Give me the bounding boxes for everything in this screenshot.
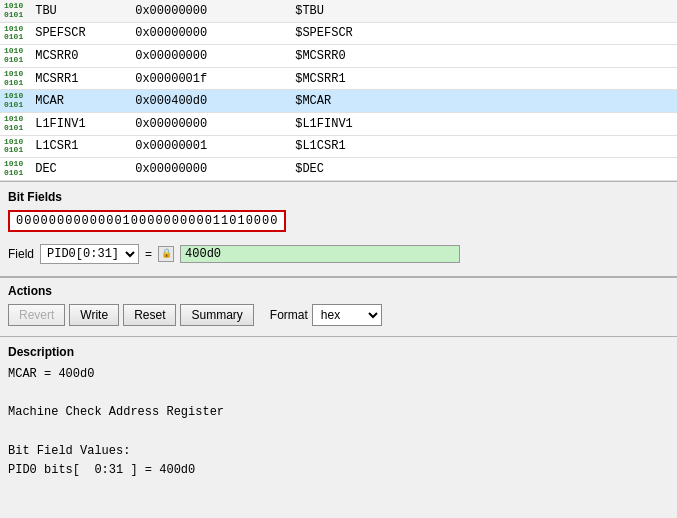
register-name: L1CSR1	[27, 135, 127, 158]
equals-sign: =	[145, 247, 152, 261]
format-select[interactable]: hexdecbinoct	[312, 304, 382, 326]
actions-title: Actions	[8, 284, 669, 298]
register-value: 0x000400d0	[127, 90, 287, 113]
bit-string-display: 00000000000001000000000011010000	[8, 210, 286, 232]
register-alias: $DEC	[287, 158, 677, 181]
register-icon: 1010 0101	[0, 0, 27, 22]
register-alias: $TBU	[287, 0, 677, 22]
table-row[interactable]: 1010 0101 MCAR 0x000400d0 $MCAR	[0, 90, 677, 113]
register-name: SPEFSCR	[27, 22, 127, 45]
register-value: 0x00000000	[127, 22, 287, 45]
bit-fields-title: Bit Fields	[8, 190, 669, 204]
register-value: 0x00000001	[127, 135, 287, 158]
register-icon: 1010 0101	[0, 22, 27, 45]
reset-button[interactable]: Reset	[123, 304, 176, 326]
register-value: 0x00000000	[127, 158, 287, 181]
register-value: 0x00000000	[127, 45, 287, 68]
register-name: L1FINV1	[27, 112, 127, 135]
description-section: Description MCAR = 400d0 Machine Check A…	[0, 337, 677, 488]
table-row[interactable]: 1010 0101 L1FINV1 0x00000000 $L1FINV1	[0, 112, 677, 135]
register-name: TBU	[27, 0, 127, 22]
register-icon: 1010 0101	[0, 67, 27, 90]
register-icon: 1010 0101	[0, 90, 27, 113]
table-row[interactable]: 1010 0101 DEC 0x00000000 $DEC	[0, 158, 677, 181]
register-icon: 1010 0101	[0, 135, 27, 158]
field-label: Field	[8, 247, 34, 261]
table-row[interactable]: 1010 0101 MCSRR1 0x0000001f $MCSRR1	[0, 67, 677, 90]
register-name: DEC	[27, 158, 127, 181]
register-value: 0x0000001f	[127, 67, 287, 90]
summary-button[interactable]: Summary	[180, 304, 253, 326]
register-icon: 1010 0101	[0, 158, 27, 181]
register-value: 0x00000000	[127, 112, 287, 135]
actions-section: Actions Revert Write Reset Summary Forma…	[0, 278, 677, 337]
write-button[interactable]: Write	[69, 304, 119, 326]
lock-icon: 🔒	[158, 246, 174, 262]
field-value-input[interactable]	[180, 245, 460, 263]
register-alias: $MCAR	[287, 90, 677, 113]
format-label: Format	[270, 308, 308, 322]
table-row[interactable]: 1010 0101 L1CSR1 0x00000001 $L1CSR1	[0, 135, 677, 158]
register-name: MCSRR0	[27, 45, 127, 68]
register-name: MCSRR1	[27, 67, 127, 90]
register-table-wrapper: 1010 0101 TBU 0x00000000 $TBU 1010 0101 …	[0, 0, 677, 182]
register-icon: 1010 0101	[0, 45, 27, 68]
bit-fields-section: Bit Fields 00000000000001000000000011010…	[0, 182, 677, 277]
table-row[interactable]: 1010 0101 MCSRR0 0x00000000 $MCSRR0	[0, 45, 677, 68]
field-select[interactable]: PID0[0:31]	[40, 244, 139, 264]
register-name: MCAR	[27, 90, 127, 113]
register-value: 0x00000000	[127, 0, 287, 22]
description-title: Description	[8, 345, 669, 359]
register-alias: $L1FINV1	[287, 112, 677, 135]
table-row[interactable]: 1010 0101 SPEFSCR 0x00000000 $SPEFSCR	[0, 22, 677, 45]
field-row: Field PID0[0:31] = 🔒	[8, 244, 669, 264]
register-alias: $L1CSR1	[287, 135, 677, 158]
register-table: 1010 0101 TBU 0x00000000 $TBU 1010 0101 …	[0, 0, 677, 181]
lock-symbol: 🔒	[161, 248, 172, 259]
register-alias: $SPEFSCR	[287, 22, 677, 45]
revert-button[interactable]: Revert	[8, 304, 65, 326]
register-alias: $MCSRR1	[287, 67, 677, 90]
description-text: MCAR = 400d0 Machine Check Address Regis…	[8, 365, 669, 480]
register-icon: 1010 0101	[0, 112, 27, 135]
table-row[interactable]: 1010 0101 TBU 0x00000000 $TBU	[0, 0, 677, 22]
actions-row: Revert Write Reset Summary Format hexdec…	[8, 304, 669, 326]
register-alias: $MCSRR0	[287, 45, 677, 68]
